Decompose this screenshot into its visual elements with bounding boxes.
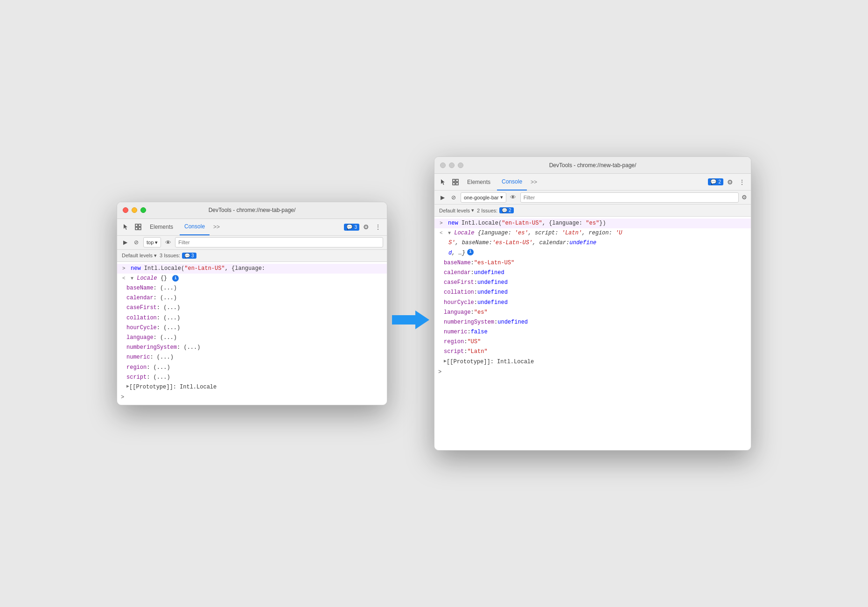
right-devtools-window: DevTools - chrome://new-tab-page/ Elemen…	[434, 156, 751, 451]
right-minimize-button[interactable]	[449, 162, 455, 168]
right-prop-calendar: calendar: undefined	[434, 268, 751, 278]
left-issues-bar: Default levels ▾ 3 Issues: 💬 3	[117, 250, 387, 262]
right-maximize-button[interactable]	[458, 162, 463, 168]
right-menu-icon[interactable]: ⋮	[737, 178, 747, 186]
left-title-bar: DevTools - chrome://new-tab-page/	[117, 202, 387, 219]
right-dropdown-chevron-icon: ▾	[500, 194, 503, 200]
left-prop-casefirst: caseFirst: (...)	[117, 303, 387, 313]
right-title-bar: DevTools - chrome://new-tab-page/	[434, 157, 751, 174]
right-prop-prototype: ▶ [[Prototype]]: Intl.Locale	[434, 357, 751, 367]
svg-rect-5	[453, 179, 455, 182]
left-chat-badge[interactable]: 💬 3	[344, 224, 359, 231]
right-block-icon[interactable]: ⊘	[449, 193, 458, 202]
left-filter-input[interactable]	[175, 237, 383, 247]
right-settings-icon[interactable]: ⚙	[725, 178, 735, 186]
left-run-icon[interactable]: ▶	[121, 238, 129, 247]
right-run-icon[interactable]: ▶	[438, 193, 447, 202]
left-issues-count: 3 Issues: 💬 3	[160, 253, 196, 259]
svg-rect-2	[135, 227, 138, 230]
left-console-command: > new Intl.Locale("en-Latn-US", {languag…	[117, 264, 387, 274]
right-levels-chevron-icon: ▾	[471, 207, 474, 213]
left-command-arrow: >	[122, 264, 128, 273]
svg-rect-0	[135, 224, 138, 226]
left-console-result-header: < ▼ Locale {} i	[117, 274, 387, 283]
left-prop-calendar: calendar: (...)	[117, 293, 387, 303]
left-context-dropdown[interactable]: top ▾	[143, 237, 161, 247]
right-inspect-icon[interactable]	[450, 177, 461, 187]
left-tab-console[interactable]: Console	[180, 219, 210, 235]
right-issues-chat-icon: 💬	[502, 208, 507, 213]
right-issues-badge: 💬 2	[499, 207, 514, 213]
left-settings-icon[interactable]: ⚙	[361, 223, 371, 231]
right-prop-hourcycle: hourCycle: undefined	[434, 298, 751, 308]
right-console-command: > new Intl.Locale("en-Latn-US", {languag…	[434, 219, 751, 228]
left-prop-region: region: (...)	[117, 363, 387, 373]
left-levels-dropdown[interactable]: Default levels ▾	[122, 253, 157, 259]
left-maximize-button[interactable]	[140, 207, 146, 213]
right-result-arrow: <	[440, 229, 445, 238]
right-console-result-l2: S', baseName: 'es-Latn-US', calendar: un…	[434, 238, 751, 248]
left-console-content: > new Intl.Locale("en-Latn-US", {languag…	[117, 262, 387, 405]
right-console-result-l1: < ▼ Locale {language: 'es', script: 'Lat…	[434, 228, 751, 238]
right-close-button[interactable]	[440, 162, 446, 168]
right-prop-script: script: "Latn"	[434, 347, 751, 357]
right-tab-more[interactable]: >>	[529, 179, 539, 185]
left-dropdown-chevron-icon: ▾	[155, 240, 158, 246]
right-console-toolbar: ▶ ⊘ one-google-bar ▾ 👁 ⚙	[434, 191, 751, 205]
left-issues-badge: 💬 3	[182, 253, 196, 259]
svg-rect-8	[456, 183, 458, 185]
left-levels-chevron-icon: ▾	[154, 253, 157, 259]
left-prop-collation: collation: (...)	[117, 313, 387, 323]
right-prop-region: region: "US"	[434, 337, 751, 347]
left-menu-icon[interactable]: ⋮	[373, 223, 383, 231]
right-console-content: > new Intl.Locale("en-Latn-US", {languag…	[434, 217, 751, 450]
left-tab-more[interactable]: >>	[211, 224, 222, 230]
left-traffic-lights	[123, 207, 146, 213]
left-prop-language: language: (...)	[117, 333, 387, 343]
left-prop-numbering: numberingSystem: (...)	[117, 343, 387, 353]
left-prop-prototype: ▶ [[Prototype]]: Intl.Locale	[117, 382, 387, 392]
right-prop-casefirst: caseFirst: undefined	[434, 278, 751, 288]
right-levels-dropdown[interactable]: Default levels ▾	[439, 207, 474, 213]
right-prop-collation: collation: undefined	[434, 288, 751, 297]
left-minimize-button[interactable]	[132, 207, 137, 213]
left-prop-hourcycle: hourCycle: (...)	[117, 323, 387, 333]
right-tabs-toolbar: Elements Console >> 💬 2 ⚙ ⋮	[434, 174, 751, 191]
left-eye-icon[interactable]: 👁	[164, 238, 172, 247]
right-chat-badge[interactable]: 💬 2	[708, 178, 723, 185]
right-filter-input[interactable]	[520, 192, 739, 203]
left-prop-basename: baseName: (...)	[117, 283, 387, 293]
svg-rect-7	[453, 183, 455, 185]
left-title: DevTools - chrome://new-tab-page/	[117, 207, 387, 213]
svg-marker-4	[392, 311, 429, 329]
left-tab-elements[interactable]: Elements	[145, 219, 178, 235]
left-inspect-icon[interactable]	[133, 222, 143, 232]
right-console-result-l3: d, …} i	[434, 248, 751, 258]
right-context-dropdown[interactable]: one-google-bar ▾	[461, 192, 506, 203]
right-tab-console[interactable]: Console	[497, 174, 527, 191]
right-prop-language: language: "es"	[434, 308, 751, 318]
right-traffic-lights	[440, 162, 463, 168]
right-chat-icon: 💬	[710, 179, 717, 185]
right-prop-numbering: numberingSystem: undefined	[434, 318, 751, 327]
left-devtools-window: DevTools - chrome://new-tab-page/ Elemen…	[117, 202, 387, 406]
right-tab-elements[interactable]: Elements	[462, 174, 495, 191]
right-cursor-icon[interactable]	[438, 177, 448, 187]
right-eye-icon[interactable]: 👁	[509, 193, 518, 202]
left-result-arrow: <	[122, 274, 128, 283]
svg-rect-6	[456, 179, 458, 182]
right-command-arrow: >	[440, 219, 445, 228]
left-prop-numeric: numeric: (...)	[117, 353, 387, 362]
left-block-icon[interactable]: ⊘	[132, 238, 140, 247]
left-cursor-icon[interactable]	[121, 222, 131, 232]
right-console-prompt: >	[434, 367, 751, 378]
right-prop-basename: baseName: "es-Latn-US"	[434, 258, 751, 268]
svg-rect-1	[139, 224, 141, 226]
left-chat-icon: 💬	[346, 224, 353, 230]
left-close-button[interactable]	[123, 207, 128, 213]
svg-rect-3	[139, 227, 141, 230]
right-title: DevTools - chrome://new-tab-page/	[434, 162, 751, 169]
left-console-prompt: >	[117, 392, 387, 403]
right-filter-settings-icon[interactable]: ⚙	[742, 194, 747, 201]
left-info-badge: i	[172, 275, 179, 282]
